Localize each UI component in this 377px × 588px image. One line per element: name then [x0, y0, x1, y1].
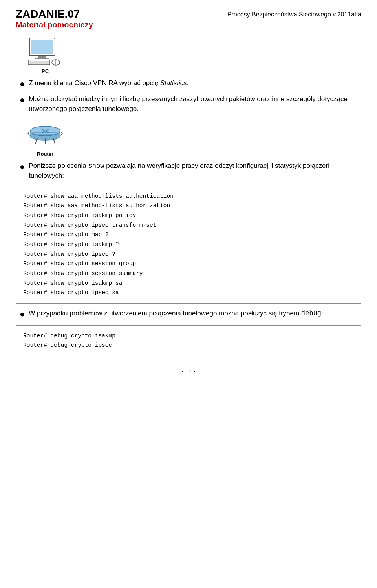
- material-subtitle: Materiał pomocniczy: [16, 20, 93, 29]
- bullet4-dot: ●: [20, 308, 25, 320]
- svg-rect-1: [31, 40, 53, 54]
- svg-rect-2: [38, 56, 46, 58]
- code-line-11: Router# show crypto ipsec sa: [23, 288, 354, 298]
- code-line-4: Router# show crypto ipsec transform-set: [23, 220, 354, 230]
- bullet1-section: ● Z menu klienta Cisco VPN RA wybrać opc…: [20, 78, 361, 90]
- svg-rect-3: [35, 58, 49, 59]
- code-line-10: Router# show crypto isakmp sa: [23, 279, 354, 288]
- router-icon: [27, 122, 63, 149]
- bullet4-section: ● W przypadku problemów z utworzeniem po…: [20, 308, 361, 320]
- pc-section: PC: [27, 37, 361, 74]
- bullet2-text: Można odczytać między innymi liczbę prze…: [29, 94, 361, 114]
- svg-rect-5: [29, 61, 49, 64]
- page-header: ZADANIE.07 Materiał pomocniczy Procesy B…: [16, 8, 361, 29]
- code-block-1: Router# show aaa method-lists authentica…: [16, 186, 361, 304]
- router-label: Router: [27, 151, 63, 157]
- code-line-8: Router# show crypto session group: [23, 259, 354, 269]
- zadanie-title: ZADANIE.07: [16, 8, 93, 20]
- code-block-2: Router# debug crypto isakmp Router# debu…: [16, 325, 361, 356]
- header-left: ZADANIE.07 Materiał pomocniczy: [16, 8, 93, 29]
- code-line-5: Router# show crypto map ?: [23, 230, 354, 240]
- code-line-1: Router# show aaa method-lists authentica…: [23, 191, 354, 201]
- page-number: - 11 -: [181, 368, 195, 375]
- bullet1-text: Z menu klienta Cisco VPN RA wybrać opcję…: [29, 78, 361, 88]
- bullet1-dot: ●: [20, 78, 25, 90]
- pc-label: PC: [27, 68, 63, 74]
- bullet3-dot: ●: [20, 161, 25, 173]
- code-line-7: Router# show crypto ipsec ?: [23, 249, 354, 259]
- bullet3-text: Poniższe polecenia show pozwalają na wer…: [29, 161, 361, 181]
- code-line-3: Router# show crypto isakmp policy: [23, 211, 354, 220]
- course-title: Procesy Bezpieczeństwa Sieciowego v.2011…: [227, 8, 361, 18]
- bullet4-text: W przypadku problemów z utworzeniem połą…: [29, 308, 361, 319]
- bullet2-dot: ●: [20, 94, 25, 106]
- bullet2-section: ● Można odczytać między innymi liczbę pr…: [20, 94, 361, 114]
- code-line-2: Router# show aaa method-lists authorizat…: [23, 201, 354, 211]
- code-line-9: Router# show crypto session summary: [23, 269, 354, 279]
- debug-line-1: Router# debug crypto isakmp: [23, 331, 354, 341]
- svg-line-14: [60, 133, 63, 136]
- page-footer: - 11 -: [16, 368, 361, 375]
- router-section: Router: [27, 122, 361, 157]
- pc-icon: [27, 37, 63, 67]
- debug-line-2: Router# debug crypto ipsec: [23, 340, 354, 350]
- bullet3-section: ● Poniższe polecenia show pozwalają na w…: [20, 161, 361, 181]
- code-line-6: Router# show crypto isakmp ?: [23, 240, 354, 249]
